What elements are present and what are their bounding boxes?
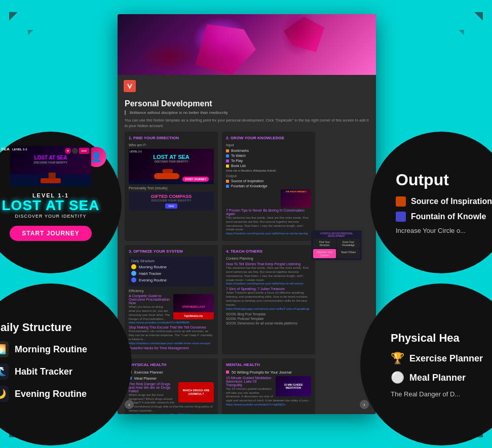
meal-planner: Meal Planner xyxy=(129,376,214,381)
info-cell-4: Teach Others xyxy=(337,249,360,258)
section-physical: Physical Health Exercise Planner Meal Pl… xyxy=(125,358,218,414)
hacks-article: Powerful Hacks for Time Management xyxy=(129,346,214,350)
meditation-thumbnail: 15 MIN GUIDED MEDITATION xyxy=(276,376,311,396)
habit-label: Habit Tracker xyxy=(15,366,72,377)
notion-subtitle: You can use this Notion template as a st… xyxy=(125,118,369,129)
drugs-art-link[interactable]: https://www.youtube.com/watch?v=vODiMq5n… xyxy=(129,413,214,414)
stop-lazy-thumbnail: STOP BEING LAZY FightMediocrity xyxy=(173,294,214,319)
section-find-direction: 1. FIND YOUR DIRECTION Who am I? LEVEL 1… xyxy=(125,132,218,241)
section-teach: 4. TEACH OTHERS Content Planning How To … xyxy=(222,245,315,354)
physical-exercise: 🏆 Exercise Planner xyxy=(391,352,492,365)
notion-info-box: 4-STEP PLAN FOR PERSONAL DEVELOPMENT Fin… xyxy=(311,230,362,260)
random-wiki: Give me a Random Wikipedia Article! xyxy=(226,169,311,172)
info-cell-1: Find Your Direction xyxy=(313,239,336,248)
exercise-icon: 🏆 xyxy=(391,352,404,365)
section-4-title: 4. TEACH OTHERS xyxy=(226,249,311,254)
meditation-art-link[interactable]: https://www.youtube.com/watch?v=wjb5IjGs xyxy=(226,403,311,406)
morning-label: Morning Routine xyxy=(15,344,87,355)
section-mental: Mental Health 50 Writing Prompts for You… xyxy=(222,358,315,414)
notion-page-title: Personal Development xyxy=(125,99,369,108)
corner-inner-tl: ◤ xyxy=(28,28,33,36)
notion-panel: Personal Development Brilliance without … xyxy=(118,14,376,414)
notion-logo xyxy=(124,80,136,92)
corner-arrow-tr: ◥ xyxy=(474,9,483,22)
section-1-title: 1. FIND YOUR DIRECTION xyxy=(129,136,214,140)
output-label: Output xyxy=(226,174,311,178)
exercise-planner: Exercise Planner xyxy=(129,370,214,375)
output-label-1: Source of Inspiration xyxy=(411,197,492,206)
source-inspiration: Source of Inspiration xyxy=(226,179,311,183)
excuse-article: Stop Making This Excuse That We Tell Our… xyxy=(129,325,214,344)
info-box-title: 4-STEP PLAN FOR PERSONAL DEVELOPMENT xyxy=(313,232,360,237)
personality-text-label: Personality Test (results) xyxy=(129,186,214,190)
drugs-thumbnail: WHICH DRUGS ARE HARMFUL? xyxy=(178,382,214,402)
sea-label: 🌊 SEA xyxy=(0,147,10,151)
notion-header xyxy=(118,14,376,75)
section-grow-knowledge: 2. GROW YOUR KNOWLEDGE Input Bookmarks T… xyxy=(222,132,315,241)
who-am-i: Who am I? xyxy=(129,143,214,147)
fountain-knowledge: Fountain of Knowledge xyxy=(226,184,311,188)
notion-sections: 1. FIND YOUR DIRECTION Who am I? LEVEL 1… xyxy=(125,132,315,414)
output-item-2: Fountain of Knowle xyxy=(396,212,492,222)
start-journey-btn[interactable]: START JOURNEY xyxy=(10,226,91,241)
see-btn[interactable]: SEE xyxy=(165,203,177,209)
personality-title: GIFTED COMPASS xyxy=(131,194,212,199)
input-label: Input xyxy=(226,143,311,147)
output-circle-content: Output Source of Inspiration Fountain of… xyxy=(386,171,492,234)
evening-label: Evening Routine xyxy=(15,389,87,399)
physical-circle-content: Physical Hea 🏆 Exercise Planner ⚪ Meal P… xyxy=(381,332,492,398)
teach-art-2: 7 Sins of Speaking: 7 Julian Treasure Ju… xyxy=(226,287,311,310)
soon-items: SOON: Blog Post Template SOON: Podcast T… xyxy=(226,312,311,325)
physical-meal: ⚪ Meal Planner xyxy=(391,371,492,384)
writing-prompts: 50 Writing Prompts for Your Journal xyxy=(226,370,311,375)
daily-structure-label: Daily Structure xyxy=(131,259,211,263)
physical-health-label: Physical Health xyxy=(129,362,214,367)
nav-right-arrow[interactable]: › xyxy=(360,400,369,409)
drugs-article: WHICH DRUGS ARE HARMFUL? The Real Danger… xyxy=(129,382,214,414)
habit-tracker-item: Habit Tracker xyxy=(131,271,211,276)
evening-routine-item: Evening Routine xyxy=(131,277,211,282)
efficiency-label: Efficiency xyxy=(129,289,214,293)
meal-label: Meal Planner xyxy=(409,372,466,383)
notion-quote: Brilliance without discipline is no bett… xyxy=(125,110,369,115)
personality-sub: DISCOVER YOUR IDENTITY xyxy=(131,199,212,202)
thumb-title: STOP BEING LAZY xyxy=(182,305,205,308)
nav-left-arrow[interactable]: ‹ xyxy=(125,400,134,409)
physical-circle-title: Physical Hea xyxy=(391,332,492,345)
article-1-body: This sentence has five words. Here are f… xyxy=(226,216,311,232)
output-icon-2 xyxy=(396,212,406,222)
daily-morning: 🌅 Morning Routine xyxy=(0,341,109,357)
bookmark-item: Bookmarks xyxy=(226,149,311,152)
daily-structure-box: Daily Structure Morning Routine Habit Tr… xyxy=(129,257,214,287)
game-circle-content: LEVEL 1-1 LOST AT SEA DISCOVER YOUR IDEN… xyxy=(0,192,101,241)
article-1-link[interactable]: https://medium.com/improve-your-skills/h… xyxy=(226,232,311,235)
daily-evening: 🌙 Evening Routine xyxy=(0,386,109,402)
soon-podcast: SOON: Podcast Template xyxy=(226,317,311,320)
article-1: THE RIGHT MINDSET 7 Proven Tips to Never… xyxy=(226,189,311,235)
personality-box: GIFTED COMPASS DISCOVER YOUR IDENTITY SE… xyxy=(129,192,214,211)
soon-blog: SOON: Blog Post Template xyxy=(226,312,311,316)
physical-more-text: The Real Danger of D... xyxy=(391,390,492,398)
efficiency-section: STOP BEING LAZY FightMediocrity A Comple… xyxy=(129,294,214,350)
exercise-label: Exercise Planner xyxy=(409,353,483,363)
output-icon-1 xyxy=(396,196,406,207)
daily-habit: 🌊 Habit Tracker xyxy=(0,363,109,380)
evening-icon: 🌙 xyxy=(0,386,9,402)
game-thumbnail-mini: LEVEL 1-1 LOST AT SEA DISCOVER YOUR IDEN… xyxy=(129,149,214,184)
daily-circle-title: Daily Structure xyxy=(0,321,109,334)
output-item-1: Source of Inspiration xyxy=(396,196,492,207)
game-subtitle: DISCOVER YOUR IDENTITY xyxy=(0,214,101,219)
game-title: LOST AT SEA xyxy=(0,198,101,213)
info-cell-3: Optimize Your System xyxy=(313,249,336,258)
book-list-item: Book List xyxy=(226,164,311,168)
drugs-thumb-title: WHICH DRUGS ARE HARMFUL? xyxy=(180,389,212,395)
morning-icon: 🌅 xyxy=(0,341,9,357)
info-grid: Find Your Direction Grow Your Knowledge … xyxy=(313,239,360,258)
morning-routine-item: Morning Routine xyxy=(131,264,211,269)
meal-icon: ⚪ xyxy=(391,371,404,384)
section-3-title: 3. OPTIMIZE YOUR SYSTEM xyxy=(129,249,214,254)
corner-arrow-tl: ◤ xyxy=(9,9,18,22)
output-more-text: Increase Your Circle o... xyxy=(396,227,492,234)
to-watch-item: To Watch xyxy=(226,154,311,157)
efficiency-art-1-link[interactable]: https://www.youtube.com/watch?v=dkRl8k8D xyxy=(129,321,214,324)
